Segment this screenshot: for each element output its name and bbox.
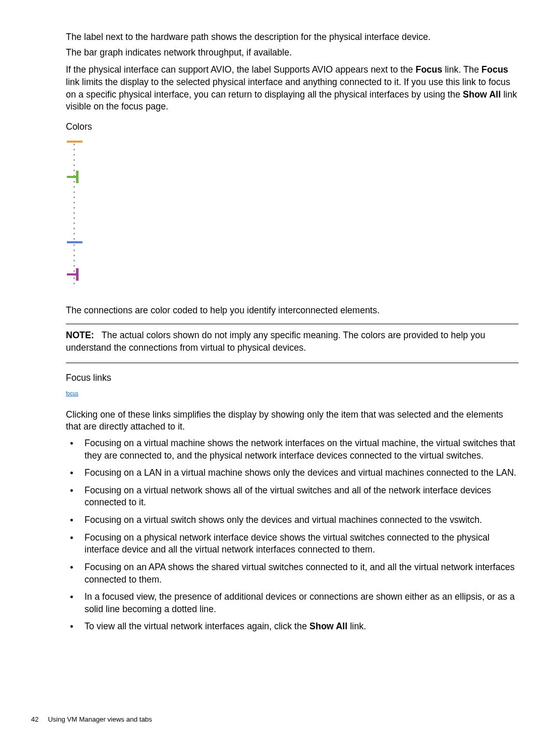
note-text: The actual colors shown do not imply any… (66, 330, 485, 353)
text-segment: link limits the display to the selected … (66, 77, 510, 100)
focus-bullets: Focusing on a virtual machine shows the … (66, 437, 519, 633)
footer-text: Using VM Manager views and tabs (48, 715, 152, 723)
showall-bold: Show All (463, 89, 501, 100)
text-segment: If the physical interface can support AV… (66, 64, 415, 75)
list-item: Focusing on a physical network interface… (66, 532, 519, 556)
focus-bold: Focus (415, 64, 442, 75)
text-segment: To view all the virtual network interfac… (85, 621, 310, 631)
list-item: Focusing on a virtual switch shows only … (66, 514, 519, 527)
list-item: Focusing on an APA shows the shared virt… (66, 561, 519, 586)
list-item: Focusing on a virtual machine shows the … (66, 437, 519, 462)
list-item: Focusing on a LAN in a virtual machine s… (66, 467, 519, 479)
page-number: 42 (31, 715, 38, 723)
note-block: NOTE: The actual colors shown do not imp… (66, 324, 519, 363)
paragraph-clicking: Clicking one of these links simplifies t… (66, 409, 519, 433)
text-segment: link. The (442, 64, 482, 75)
colors-diagram (67, 140, 519, 290)
list-item: Focusing on a virtual network shows all … (66, 485, 519, 509)
focus-link-sample: focus (66, 391, 519, 396)
page-footer: 42Using VM Manager views and tabs (31, 715, 152, 723)
list-item: In a focused view, the presence of addit… (66, 591, 519, 615)
note-label: NOTE: (66, 330, 94, 340)
paragraph-hardware-path: The label next to the hardware path show… (66, 31, 519, 44)
paragraph-avio-focus: If the physical interface can support AV… (66, 64, 519, 113)
paragraph-connections: The connections are color coded to help … (66, 305, 519, 317)
colors-heading: Colors (66, 121, 519, 132)
text-segment: link. (347, 621, 366, 631)
paragraph-bar-graph: The bar graph indicates network throughp… (66, 47, 519, 59)
focus-bold-2: Focus (482, 64, 509, 75)
list-item: To view all the virtual network interfac… (66, 620, 519, 633)
focus-links-heading: Focus links (66, 372, 519, 383)
note-paragraph: NOTE: The actual colors shown do not imp… (66, 329, 519, 354)
showall-bold-2: Show All (310, 621, 347, 631)
